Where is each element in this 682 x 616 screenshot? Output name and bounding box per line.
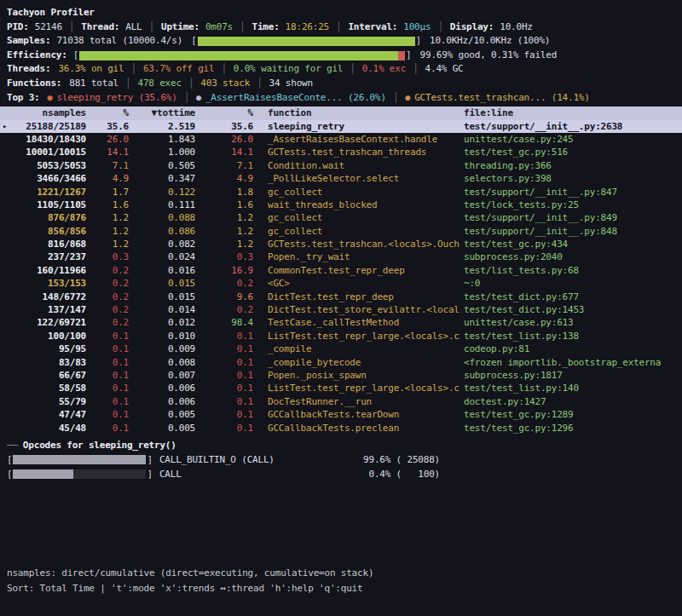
status-label: PID: <box>7 20 29 35</box>
table-row[interactable]: 55/79 0.1 0.006 0.1 DocTestRunner.__run … <box>0 395 682 408</box>
cell-file-line: test/test_gc.py:1296 <box>460 422 682 435</box>
table-row[interactable]: 10001/10015 14.1 1.000 14.1 GCTests.test… <box>0 146 682 158</box>
cell-nsamples: 83/83 <box>7 356 89 369</box>
table-row[interactable]: ▸ 25188/25189 35.6 2.519 35.6 sleeping_r… <box>0 120 682 133</box>
functions-values: 881 total│478 exec│403 stack│34 shown <box>69 77 313 91</box>
cell-file-line: unittest/case.py:613 <box>460 316 682 329</box>
table-row[interactable]: 45/48 0.1 0.005 0.1 GCCallbackTests.prec… <box>0 422 682 435</box>
cell-pct-cum: 7.1 <box>198 159 256 172</box>
cell-nsamples: 95/95 <box>7 343 89 355</box>
cell-tottime: 0.024 <box>131 250 198 263</box>
separator-icon: │ <box>336 20 341 35</box>
efficiency-bar-fail <box>398 51 405 60</box>
cell-pct-cum: 14.1 <box>198 146 256 158</box>
table-row[interactable]: 816/868 1.2 0.082 1.2 GCTests.test_trash… <box>0 238 682 250</box>
cell-file-line: selectors.py:398 <box>460 172 682 185</box>
table-row[interactable]: 160/11966 0.2 0.016 16.9 CommonTest.test… <box>0 264 682 277</box>
cell-nsamples: 5053/5053 <box>7 159 89 172</box>
table-row[interactable]: 237/237 0.3 0.024 0.3 Popen._try_wait su… <box>0 250 682 263</box>
threads-line: Threads: 36.3% on gil│63.7% off gil│0.0%… <box>7 62 682 77</box>
table-row[interactable]: 18430/18430 26.0 1.843 26.0 _AssertRaise… <box>0 133 682 146</box>
cell-tottime: 0.006 <box>131 382 198 394</box>
efficiency-label: Efficiency: <box>7 49 67 63</box>
cell-function: ListTest.test_repr_large.<locals>.c... <box>256 382 460 394</box>
separator-icon: │ <box>257 77 262 91</box>
cell-pct-self: 1.2 <box>89 238 131 250</box>
cell-pct-cum: 1.6 <box>198 199 256 211</box>
table-row[interactable]: 5053/5053 7.1 0.505 7.1 Condition.wait t… <box>0 159 682 172</box>
cell-nsamples: 856/856 <box>7 225 89 238</box>
efficiency-bar-good <box>79 51 398 60</box>
table-row[interactable]: 95/95 0.1 0.009 0.1 _compile codeop.py:8… <box>0 343 682 355</box>
cell-function: ListTest.test_repr_large.<locals>.c... <box>256 330 460 343</box>
table-row[interactable]: 3466/3466 4.9 0.347 4.9 _PollLikeSelecto… <box>0 172 682 185</box>
cell-nsamples: 25188/25189 <box>7 120 89 133</box>
table-row[interactable]: 58/58 0.1 0.006 0.1 ListTest.test_repr_l… <box>0 382 682 394</box>
cell-nsamples: 3466/3466 <box>7 172 89 185</box>
col-nsamples[interactable]: nsamples <box>7 107 89 119</box>
table-row[interactable]: 47/47 0.1 0.005 0.1 GCCallbackTests.tear… <box>0 408 682 421</box>
cell-pct-cum: 0.3 <box>198 250 256 263</box>
status-value: 52146 <box>35 20 62 35</box>
cell-function: GCTests.test_trashcan_threads <box>256 146 460 158</box>
table-row[interactable]: 148/6772 0.2 0.015 9.6 DictTest.test_rep… <box>0 291 682 303</box>
profiler-screen: Tachyon Profiler PID:52146│Thread:ALL│Up… <box>0 0 682 616</box>
thread-stat: 63.7% off gil <box>143 62 215 77</box>
app-title: Tachyon Profiler <box>7 6 682 20</box>
status-label: Interval: <box>348 20 397 35</box>
col-pct-cum[interactable]: % <box>198 107 256 119</box>
cell-file-line: test/support/__init__.py:847 <box>460 186 682 199</box>
cell-pct-self: 0.3 <box>89 250 131 263</box>
efficiency-summary: 99.69% good, 0.31% failed <box>420 49 558 63</box>
cell-function: GCCallbackTests.tearDown <box>256 408 460 421</box>
cell-file-line: subprocess.py:2040 <box>460 250 682 263</box>
cell-function: CommonTest.test_repr_deep <box>256 264 460 277</box>
threads-label: Threads: <box>7 62 50 77</box>
cell-file-line: test/test_gc.py:1289 <box>460 408 682 421</box>
opcodes-title: Opcodes for sleeping_retry() <box>23 439 176 453</box>
opcode-name: CALL_BUILTIN_O (CALL) <box>159 454 275 465</box>
table-row[interactable]: 876/876 1.2 0.088 1.2 gc_collect test/su… <box>0 211 682 224</box>
function-stat: 881 total <box>69 77 118 91</box>
cell-nsamples: 58/58 <box>7 382 89 394</box>
table-row[interactable]: 1221/1267 1.7 0.122 1.8 gc_collect test/… <box>0 186 682 199</box>
table-row[interactable]: 83/83 0.1 0.008 0.1 _compile_bytecode <f… <box>0 356 682 369</box>
col-tottime-sorted[interactable]: ▼tottime <box>131 107 198 119</box>
efficiency-bar: [ ] <box>73 49 412 63</box>
cell-pct-cum: 0.1 <box>198 343 256 355</box>
cell-file-line: codeop.py:81 <box>460 343 682 355</box>
table-row[interactable]: 66/67 0.1 0.007 0.1 Popen._posix_spawn s… <box>0 369 682 382</box>
samples-bar-fill <box>198 37 415 46</box>
col-file-line[interactable]: file:line <box>460 107 682 119</box>
table-row[interactable]: 137/147 0.2 0.014 0.2 DictTest.test_stor… <box>0 303 682 316</box>
cell-tottime: 0.347 <box>131 172 198 185</box>
status-value: 10.0Hz <box>500 20 533 35</box>
cell-function: Popen._try_wait <box>256 250 460 263</box>
cell-tottime: 0.014 <box>131 303 198 316</box>
cell-function: Popen._posix_spawn <box>256 369 460 382</box>
cell-tottime: 0.016 <box>131 264 198 277</box>
bracket-close-icon: ] <box>416 34 421 49</box>
cell-file-line: test/test_dict.py:677 <box>460 291 682 303</box>
status-value: 100μs <box>403 20 431 35</box>
table-row[interactable]: 153/153 0.2 0.015 0.2 <GC> ~:0 <box>0 277 682 290</box>
cell-file-line: test/lock_tests.py:25 <box>460 199 682 211</box>
cell-tottime: 0.088 <box>131 211 198 224</box>
cell-pct-cum: 26.0 <box>198 133 256 146</box>
table-row[interactable]: 122/69721 0.2 0.012 98.4 TestCase._callT… <box>0 316 682 329</box>
section-dash-icon: ── <box>7 439 18 453</box>
cell-function: GCTests.test_trashcan.<locals>.Ouch... <box>256 238 460 250</box>
col-pct-self[interactable]: % <box>89 107 131 119</box>
table-row[interactable]: 1105/1105 1.6 0.111 1.6 wait_threads_blo… <box>0 199 682 211</box>
cell-pct-self: 35.6 <box>89 120 131 133</box>
cell-nsamples: 876/876 <box>7 211 89 224</box>
selection-marker: ▸ <box>3 120 7 133</box>
cell-function: Condition.wait <box>256 159 460 172</box>
table-row[interactable]: 856/856 1.2 0.086 1.2 gc_collect test/su… <box>0 225 682 238</box>
footer-keybinds-line: Sort: Total Time | 't':mode 'x':trends ↔… <box>7 581 373 596</box>
efficiency-bar-track <box>79 51 405 60</box>
footer-help-line: nsamples: direct/cumulative (direct=exec… <box>7 566 373 581</box>
cell-pct-self: 7.1 <box>89 159 131 172</box>
table-row[interactable]: 100/100 0.1 0.010 0.1 ListTest.test_repr… <box>0 330 682 343</box>
col-function[interactable]: function <box>256 107 460 119</box>
